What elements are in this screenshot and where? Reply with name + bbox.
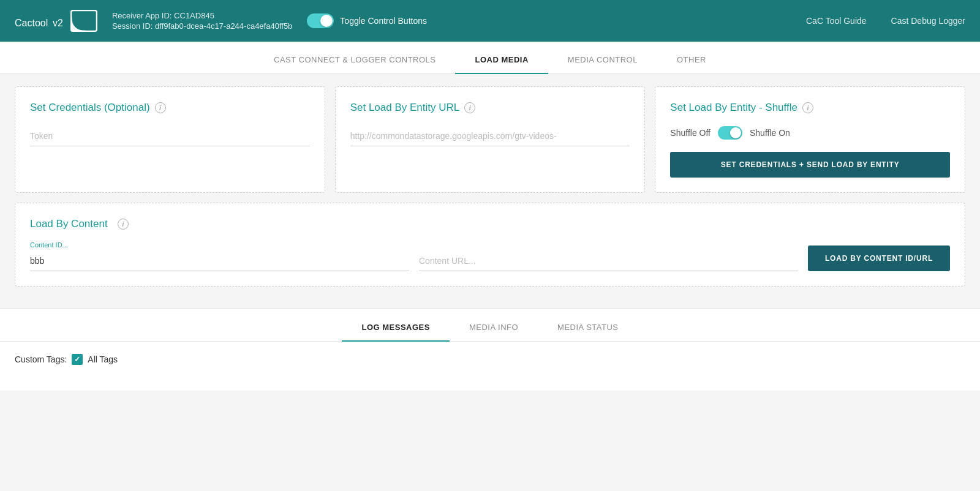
load-content-card: Load By Content i Content ID... LOAD BY … bbox=[15, 203, 965, 287]
load-content-help-icon[interactable]: i bbox=[118, 219, 129, 230]
content-url-group bbox=[419, 240, 798, 271]
all-tags-checkbox[interactable] bbox=[72, 354, 83, 365]
tab-media-control[interactable]: MEDIA CONTROL bbox=[548, 47, 657, 74]
cards-row: Set Credentials (Optional) i Set Load By… bbox=[15, 86, 965, 193]
tab-cast-connect[interactable]: CAST CONNECT & LOGGER CONTROLS bbox=[254, 47, 455, 74]
token-input[interactable] bbox=[30, 126, 310, 146]
tab-other[interactable]: OTHER bbox=[657, 47, 726, 74]
nav-guide-link[interactable]: CaC Tool Guide bbox=[806, 16, 867, 26]
bottom-section: LOG MESSAGES MEDIA INFO MEDIA STATUS Cus… bbox=[0, 309, 980, 391]
bottom-content: Custom Tags: All Tags bbox=[0, 342, 980, 391]
tab-log-messages[interactable]: LOG MESSAGES bbox=[342, 314, 449, 342]
app-header: Cactool v2 Receiver App ID: CC1AD845 Ses… bbox=[0, 0, 980, 42]
load-entity-url-card: Set Load By Entity URL i bbox=[335, 86, 646, 193]
main-tabs: CAST CONNECT & LOGGER CONTROLS LOAD MEDI… bbox=[0, 42, 980, 74]
toggle-control[interactable]: Toggle Control Buttons bbox=[307, 13, 427, 28]
tab-media-status[interactable]: MEDIA STATUS bbox=[538, 314, 638, 342]
logo: Cactool v2 bbox=[15, 10, 97, 32]
load-by-content-button[interactable]: LOAD BY CONTENT ID/URL bbox=[808, 246, 950, 271]
load-content-inputs-row: Content ID... LOAD BY CONTENT ID/URL bbox=[30, 240, 950, 271]
app-name: Cactool v2 bbox=[15, 11, 63, 31]
nav-logger-link[interactable]: Cast Debug Logger bbox=[891, 16, 965, 26]
load-content-header: Load By Content i bbox=[30, 218, 950, 230]
main-content: Set Credentials (Optional) i Set Load By… bbox=[0, 74, 980, 309]
shuffle-toggle-row: Shuffle Off Shuffle On bbox=[670, 126, 950, 140]
entity-url-input[interactable] bbox=[350, 126, 630, 146]
receiver-app-id: Receiver App ID: CC1AD845 bbox=[112, 11, 292, 20]
load-entity-shuffle-title: Set Load By Entity - Shuffle i bbox=[670, 102, 950, 114]
content-id-group: Content ID... bbox=[30, 241, 409, 271]
bottom-tabs: LOG MESSAGES MEDIA INFO MEDIA STATUS bbox=[0, 309, 980, 342]
credentials-title: Set Credentials (Optional) i bbox=[30, 102, 310, 114]
session-info: Receiver App ID: CC1AD845 Session ID: df… bbox=[112, 11, 292, 31]
load-entity-shuffle-card: Set Load By Entity - Shuffle i Shuffle O… bbox=[655, 86, 965, 193]
load-content-title: Load By Content i bbox=[30, 218, 129, 230]
custom-tags-label: Custom Tags: bbox=[15, 354, 67, 364]
set-credentials-send-load-button[interactable]: SET CREDENTIALS + SEND LOAD BY ENTITY bbox=[670, 152, 950, 178]
toggle-label: Toggle Control Buttons bbox=[340, 16, 427, 26]
load-entity-url-title: Set Load By Entity URL i bbox=[350, 102, 630, 114]
content-url-input[interactable] bbox=[419, 251, 798, 271]
load-entity-shuffle-help-icon[interactable]: i bbox=[802, 102, 813, 113]
shuffle-toggle[interactable] bbox=[718, 126, 742, 140]
toggle-switch[interactable] bbox=[307, 13, 334, 28]
shuffle-on-label: Shuffle On bbox=[750, 128, 790, 138]
load-entity-url-help-icon[interactable]: i bbox=[464, 102, 475, 113]
content-id-input[interactable] bbox=[30, 251, 409, 271]
session-id: Session ID: dff9fab0-dcea-4c17-a244-ca4e… bbox=[112, 21, 292, 31]
custom-tags-row: Custom Tags: All Tags bbox=[15, 354, 965, 365]
shuffle-off-label: Shuffle Off bbox=[670, 128, 710, 138]
svg-point-1 bbox=[72, 29, 74, 31]
all-tags-label: All Tags bbox=[88, 354, 118, 364]
tab-load-media[interactable]: LOAD MEDIA bbox=[455, 47, 548, 74]
credentials-help-icon[interactable]: i bbox=[155, 102, 166, 113]
credentials-card: Set Credentials (Optional) i bbox=[15, 86, 325, 193]
content-id-label: Content ID... bbox=[30, 241, 409, 249]
tab-media-info[interactable]: MEDIA INFO bbox=[450, 314, 538, 342]
cast-icon bbox=[70, 10, 97, 32]
header-nav: CaC Tool Guide Cast Debug Logger bbox=[806, 16, 965, 26]
